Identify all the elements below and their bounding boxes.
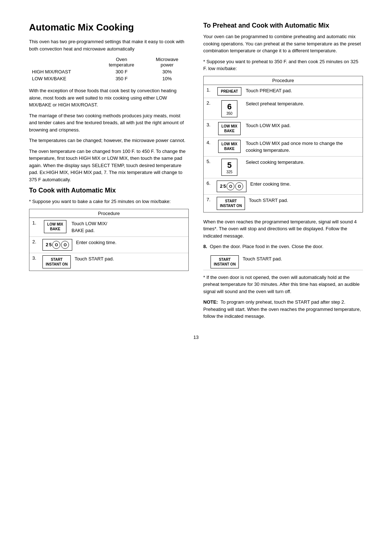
- when-text: When the oven reaches the programmed tem…: [203, 218, 363, 240]
- step8-text: 8. Open the door. Place food in the oven…: [203, 243, 363, 250]
- cook-step-2-button-area: 2 5 O O: [42, 239, 72, 251]
- preheat-step-2-button-area: 6 350: [217, 100, 242, 117]
- table-row: HIGH MIX/ROAST 300 F 30%: [29, 68, 189, 75]
- start-instant-on-btn-3[interactable]: STARTINSTANT ON: [211, 255, 239, 268]
- preheat-circle-1[interactable]: O: [226, 182, 234, 190]
- preheat-step-1-desc: Touch PREHEAT pad.: [246, 87, 360, 94]
- preheat-step-5-num: 5.: [207, 159, 213, 164]
- table-header-col1: Oventemperature: [98, 56, 146, 68]
- step8-num: 8.: [203, 244, 207, 249]
- preheat-procedure-box: Procedure 1. PREHEAT Touch PREHEAT pad. …: [203, 76, 363, 212]
- para2: The marriage of these two cooking method…: [29, 112, 189, 134]
- preheat-step-1-button-area: PREHEAT: [217, 87, 242, 96]
- preheat-digit-5: 5: [223, 183, 226, 189]
- preheat-step-5-desc: Select cooking temperature.: [246, 159, 360, 166]
- cook-step-2-num: 2.: [32, 239, 39, 244]
- preheat-step-5-button-area: 5 325: [217, 159, 242, 176]
- cook-temp-display: 5 325: [221, 159, 237, 176]
- table-cell-power1: 30%: [146, 68, 189, 75]
- preheat-step-4-num: 4.: [207, 140, 213, 145]
- cook-step-1-num: 1.: [32, 220, 39, 226]
- note-text: To program only preheat, touch the START…: [203, 299, 361, 319]
- intro-text: This oven has two pre-programmed setting…: [29, 38, 189, 52]
- cook-procedure-box: Procedure 1. LOW MIXBAKE Touch LOW MIX/B…: [29, 209, 189, 271]
- display-325: 325: [226, 170, 233, 174]
- digit-2: 2: [46, 242, 48, 247]
- preheat-step-3: 3. LOW MIXBAKE Touch LOW MIX pad.: [204, 120, 363, 138]
- preheat-step-6: 6. 2 5 O O Enter cooking time.: [204, 178, 363, 195]
- cook-intro: * Suppose you want to bake a cake for 25…: [29, 198, 189, 205]
- preheat-step-7-num: 7.: [207, 197, 213, 202]
- table-cell-power2: 10%: [146, 75, 189, 82]
- preheat-section-title: To Preheat and Cook with Automatic Mix: [203, 22, 363, 29]
- preheat-step-6-button-area: 2 5 O O: [217, 181, 246, 192]
- display-6: 6: [227, 102, 232, 112]
- preheat-step-7: 7. STARTINSTANT ON Touch START pad.: [204, 195, 363, 212]
- preheat-step-4: 4. LOW MIXBAKE Touch LOW MIX pad once mo…: [204, 138, 363, 157]
- display-350: 350: [226, 112, 233, 116]
- digit-5: 5: [49, 242, 52, 247]
- preheat-step-7-button-area: STARTINSTANT ON: [217, 197, 245, 210]
- preheat-step-3-button-area: LOW MIXBAKE: [217, 122, 242, 135]
- circle-1[interactable]: O: [52, 241, 60, 249]
- preheat-step-4-desc: Touch LOW MIX pad once more to change th…: [246, 140, 360, 154]
- preheat-temp-display: 6 350: [221, 100, 237, 117]
- preheat-step-1: 1. PREHEAT Touch PREHEAT pad.: [204, 85, 363, 98]
- cook-step-2: 2. 2 5 O O Enter cooking time.: [29, 237, 188, 253]
- note-label: NOTE:: [203, 299, 218, 305]
- table-header-col2: Microwavepower: [146, 56, 189, 68]
- cook-step-3-desc: Touch START pad.: [74, 255, 185, 263]
- preheat-step-2-desc: Select preheat temperature.: [246, 100, 360, 108]
- display-5: 5: [227, 161, 232, 170]
- page-content: Automatic Mix Cooking This oven has two …: [29, 22, 363, 340]
- start-instant-on-btn-1[interactable]: STARTINSTANT ON: [42, 255, 71, 268]
- preheat-time-display: 2 5 O O: [217, 181, 246, 192]
- preheat-step-3-desc: Touch LOW MIX pad.: [246, 122, 360, 129]
- oven-table: Oventemperature Microwavepower HIGH MIX/…: [29, 56, 189, 82]
- circle-2[interactable]: O: [61, 241, 69, 249]
- low-mix-bake-btn-2[interactable]: LOW MIXBAKE: [218, 122, 241, 135]
- page-number: 13: [29, 335, 363, 340]
- cook-step-2-desc: Enter cooking time.: [76, 239, 185, 246]
- preheat-step-7-desc: Touch START pad.: [249, 197, 360, 204]
- right-column: To Preheat and Cook with Automatic Mix Y…: [203, 22, 363, 324]
- preheat-digit-2: 2: [220, 183, 222, 189]
- preheat-step-5: 5. 5 325 Select cooking temperature.: [204, 157, 363, 178]
- preheat-step-2-num: 2.: [207, 100, 213, 106]
- preheat-step-2: 2. 6 350 Select preheat temperature.: [204, 98, 363, 120]
- preheat-suppose: * Suppose you want to preheat to 350 F. …: [203, 58, 363, 72]
- table-header-row: Oventemperature Microwavepower: [29, 56, 189, 68]
- cook-section-title: To Cook with Automatic Mix: [29, 187, 189, 194]
- preheat-intro: Your oven can be programmed to combine p…: [203, 33, 363, 54]
- preheat-procedure-header: Procedure: [204, 76, 363, 85]
- start-instant-on-btn-2[interactable]: STARTINSTANT ON: [217, 197, 245, 210]
- low-mix-bake-btn-3[interactable]: LOW MIXBAKE: [218, 140, 241, 153]
- cook-step-3-button-area: STARTINSTANT ON: [42, 255, 71, 268]
- cook-step-3: 3. STARTINSTANT ON Touch START pad.: [29, 253, 188, 271]
- table-cell-temp2: 350 F: [98, 75, 146, 82]
- para4: The oven temperature can be changed from…: [29, 148, 189, 183]
- preheat-step-6-num: 6.: [207, 181, 213, 186]
- footnote1: * If the oven door is not opened, the ov…: [203, 274, 363, 295]
- para3: The temperatures can be changed; however…: [29, 137, 189, 144]
- table-cell-temp1: 300 F: [98, 68, 146, 75]
- table-cell-mode1: HIGH MIX/ROAST: [29, 68, 98, 75]
- note-paragraph: NOTE: To program only preheat, touch the…: [203, 299, 363, 320]
- preheat-step-1-num: 1.: [207, 87, 213, 93]
- para1: With the exception of those foods that c…: [29, 87, 189, 109]
- preheat-step-4-button-area: LOW MIXBAKE: [217, 140, 242, 153]
- preheat-btn[interactable]: PREHEAT: [217, 87, 241, 96]
- step8-desc: Touch START pad.: [242, 255, 363, 263]
- cook-step-1: 1. LOW MIXBAKE Touch LOW MIX/BAKE pad.: [29, 218, 188, 237]
- preheat-step-3-num: 3.: [207, 122, 213, 127]
- table-row: LOW MIX/BAKE 350 F 10%: [29, 75, 189, 82]
- step8-row: STARTINSTANT ON Touch START pad.: [203, 254, 363, 270]
- cook-time-display: 2 5 O O: [42, 239, 72, 251]
- page-title: Automatic Mix Cooking: [29, 22, 189, 33]
- preheat-step-6-desc: Enter cooking time.: [250, 181, 360, 188]
- cook-step-1-button-area: LOW MIXBAKE: [42, 220, 68, 233]
- preheat-circle-2[interactable]: O: [235, 182, 243, 190]
- low-mix-bake-btn-1[interactable]: LOW MIXBAKE: [44, 220, 66, 233]
- table-cell-mode2: LOW MIX/BAKE: [29, 75, 98, 82]
- step8-button-area: STARTINSTANT ON: [211, 255, 239, 268]
